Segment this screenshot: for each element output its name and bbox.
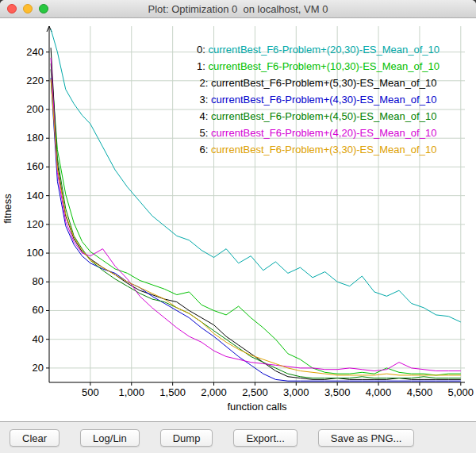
svg-text:3,000: 3,000 bbox=[283, 386, 309, 398]
series-lines bbox=[51, 29, 461, 382]
plot-area: 204060801001201401601802002202405001,000… bbox=[0, 18, 476, 421]
minimize-button[interactable] bbox=[23, 4, 33, 13]
svg-text:2,000: 2,000 bbox=[201, 386, 227, 398]
plot-window: Plot: Optimization 0 on localhost, VM 0 … bbox=[0, 0, 476, 453]
grid-lines bbox=[49, 26, 465, 382]
series-line-4 bbox=[51, 69, 461, 378]
loglin-button[interactable]: Log/Lin bbox=[80, 429, 140, 447]
window-title: Plot: Optimization 0 on localhost, VM 0 bbox=[148, 3, 328, 15]
svg-text:4,000: 4,000 bbox=[366, 386, 392, 398]
series-line-2 bbox=[51, 48, 461, 379]
svg-text:240: 240 bbox=[26, 46, 44, 58]
traffic-lights bbox=[7, 4, 48, 13]
svg-text:1,500: 1,500 bbox=[159, 386, 186, 398]
series-line-3 bbox=[51, 78, 461, 381]
svg-text:180: 180 bbox=[26, 132, 44, 144]
series-line-0 bbox=[51, 29, 461, 322]
save-png-button[interactable]: Save as PNG... bbox=[318, 429, 415, 447]
series-line-5 bbox=[51, 58, 461, 371]
svg-text:140: 140 bbox=[26, 190, 44, 202]
svg-text:200: 200 bbox=[26, 103, 44, 115]
clear-button[interactable]: Clear bbox=[10, 429, 60, 447]
svg-text:1,000: 1,000 bbox=[118, 386, 144, 398]
series-line-6 bbox=[51, 79, 461, 375]
svg-text:100: 100 bbox=[26, 247, 44, 259]
title-bar: Plot: Optimization 0 on localhost, VM 0 bbox=[0, 0, 476, 18]
zoom-button[interactable] bbox=[39, 4, 48, 13]
svg-text:2,500: 2,500 bbox=[242, 386, 268, 398]
x-axis-label: function calls bbox=[227, 401, 287, 413]
svg-text:160: 160 bbox=[26, 160, 44, 172]
svg-text:60: 60 bbox=[33, 304, 44, 316]
series-line-1 bbox=[51, 63, 461, 375]
svg-text:120: 120 bbox=[26, 218, 44, 230]
export-button[interactable]: Export... bbox=[233, 429, 297, 447]
axes bbox=[47, 26, 465, 382]
svg-text:3,500: 3,500 bbox=[324, 386, 351, 398]
y-axis-label: fitness bbox=[2, 194, 13, 224]
svg-text:5,000: 5,000 bbox=[448, 386, 474, 398]
close-button[interactable] bbox=[7, 4, 17, 13]
button-bar: Clear Log/Lin Dump Export... Save as PNG… bbox=[0, 421, 476, 453]
tick-labels: 204060801001201401601802002202405001,000… bbox=[26, 46, 474, 398]
svg-text:40: 40 bbox=[33, 333, 44, 345]
svg-text:20: 20 bbox=[33, 362, 44, 374]
svg-text:220: 220 bbox=[26, 75, 44, 86]
svg-text:80: 80 bbox=[33, 275, 44, 287]
dump-button[interactable]: Dump bbox=[160, 429, 213, 447]
svg-text:4,500: 4,500 bbox=[407, 386, 433, 398]
plot-panel: 204060801001201401601802002202405001,000… bbox=[0, 18, 476, 421]
svg-text:500: 500 bbox=[82, 386, 99, 398]
